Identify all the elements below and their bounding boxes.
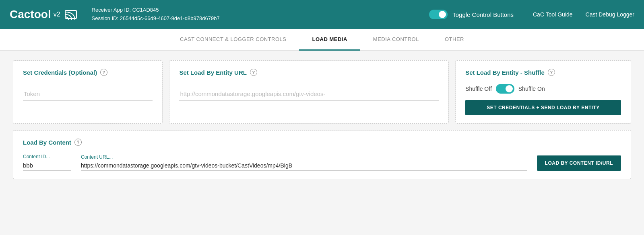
set-credentials-send-load-button[interactable]: SET CREDENTIALS + SEND LOAD BY ENTITY [465, 100, 621, 115]
token-input[interactable] [23, 87, 153, 101]
shuffle-off-label: Shuffle Off [465, 86, 492, 92]
tab-cast-connect[interactable]: CAST CONNECT & LOGGER CONTROLS [167, 29, 299, 51]
logo-text: Cactool [10, 8, 51, 21]
credentials-card: Set Credentials (Optional) ? [13, 60, 163, 124]
logo-version: v2 [54, 11, 60, 18]
load-by-content-card: Load By Content ? Content ID... bbb Cont… [13, 130, 631, 179]
cast-debug-logger-link[interactable]: Cast Debug Logger [586, 11, 634, 18]
content-id-group: Content ID... bbb [23, 154, 71, 171]
content-url-value: https://commondatastorage.googleapis.com… [81, 161, 527, 171]
receiver-app-id: Receiver App ID: CC1AD845 [92, 6, 429, 14]
shuffle-card-title: Set Load By Entity - Shuffle ? [465, 69, 621, 76]
tab-other[interactable]: OTHER [432, 29, 477, 51]
entity-url-input[interactable] [179, 87, 439, 101]
load-by-content-title: Load By Content ? [23, 139, 621, 146]
entity-url-card-title: Set Load By Entity URL ? [179, 69, 439, 76]
cac-tool-guide-link[interactable]: CaC Tool Guide [533, 11, 573, 18]
header-info: Receiver App ID: CC1AD845 Session ID: 26… [92, 6, 429, 23]
tab-load-media[interactable]: LOAD MEDIA [299, 29, 360, 51]
main-content: Set Credentials (Optional) ? Set Load By… [0, 51, 644, 189]
tab-media-control[interactable]: MEDIA CONTROL [360, 29, 432, 51]
load-content-row: Content ID... bbb Content URL... https:/… [23, 154, 621, 171]
cast-icon [64, 8, 77, 21]
entity-url-card: Set Load By Entity URL ? [169, 60, 449, 124]
entity-url-help-icon[interactable]: ? [250, 69, 257, 76]
toggle-section[interactable]: Toggle Control Buttons [429, 10, 514, 19]
header-nav: CaC Tool Guide Cast Debug Logger [533, 11, 634, 18]
shuffle-toggle[interactable] [496, 84, 514, 94]
app-header: Cactool v2 Receiver App ID: CC1AD845 Ses… [0, 0, 644, 29]
load-by-content-help-icon[interactable]: ? [74, 139, 82, 146]
content-url-label: Content URL... [81, 154, 527, 160]
shuffle-toggle-row: Shuffle Off Shuffle On [465, 84, 621, 94]
toggle-label: Toggle Control Buttons [452, 11, 514, 18]
shuffle-on-label: Shuffle On [518, 86, 545, 92]
credentials-card-title: Set Credentials (Optional) ? [23, 69, 153, 76]
credentials-help-icon[interactable]: ? [100, 69, 107, 76]
toggle-control-buttons[interactable] [429, 10, 448, 19]
main-nav-tabs: CAST CONNECT & LOGGER CONTROLS LOAD MEDI… [0, 29, 644, 51]
shuffle-help-icon[interactable]: ? [548, 69, 555, 76]
app-logo: Cactool v2 [10, 8, 79, 21]
content-id-label: Content ID... [23, 154, 71, 159]
content-url-group: Content URL... https://commondatastorage… [81, 154, 527, 171]
content-id-value: bbb [23, 160, 71, 171]
shuffle-toggle-thumb [506, 85, 513, 92]
shuffle-card: Set Load By Entity - Shuffle ? Shuffle O… [455, 60, 631, 124]
top-card-row: Set Credentials (Optional) ? Set Load By… [13, 60, 631, 124]
session-id: Session ID: 26544d5c-66d9-4607-9de1-d8b9… [92, 14, 429, 23]
load-by-content-button[interactable]: LOAD BY CONTENT ID/URL [537, 155, 621, 171]
